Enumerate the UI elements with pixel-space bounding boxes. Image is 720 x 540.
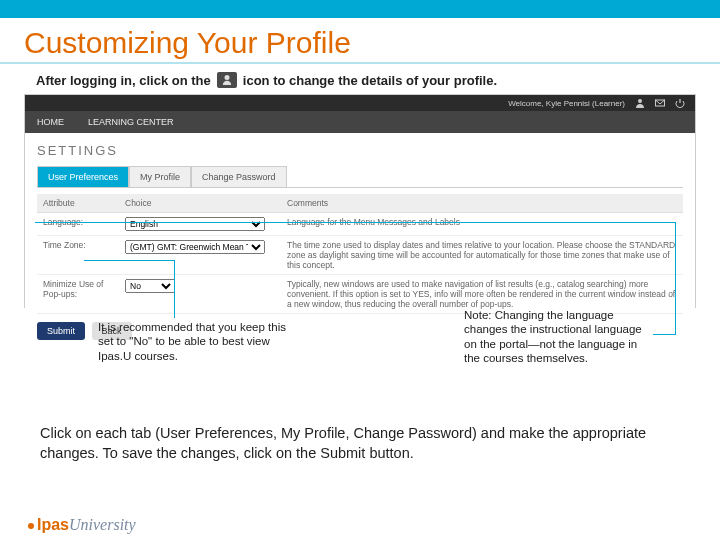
intro-after: icon to change the details of your profi… (243, 73, 497, 88)
callouts: It is recommended that you keep this set… (24, 308, 696, 418)
slide-title: Customizing Your Profile (24, 26, 720, 60)
table-row: Language: English Language for the Menu … (37, 213, 683, 236)
col-choice: Choice (119, 194, 281, 213)
main-nav: HOME LEARNING CENTER (25, 111, 695, 133)
tab-user-preferences[interactable]: User Preferences (37, 166, 129, 187)
comment-language: Language for the Menu Messages and Label… (281, 213, 683, 236)
callout-popup-recommendation: It is recommended that you keep this set… (98, 320, 288, 363)
app-screenshot: Welcome, Kyle Pennisi (Learner) HOME LEA… (24, 94, 696, 308)
tab-change-password[interactable]: Change Password (191, 166, 287, 187)
timezone-select[interactable]: (GMT) GMT: Greenwich Mean Time (125, 240, 265, 254)
nav-home[interactable]: HOME (25, 111, 76, 133)
preferences-table: Attribute Choice Comments Language: Engl… (37, 194, 683, 314)
col-comments: Comments (281, 194, 683, 213)
table-row: Time Zone: (GMT) GMT: Greenwich Mean Tim… (37, 236, 683, 275)
profile-icon (217, 72, 237, 88)
welcome-text: Welcome, Kyle Pennisi (Learner) (508, 99, 625, 108)
attr-language: Language: (37, 213, 119, 236)
intro-before: After logging in, click on the (36, 73, 211, 88)
intro-line: After logging in, click on the icon to c… (36, 72, 720, 88)
brand-ipas: Ipas (37, 516, 69, 533)
mail-icon[interactable] (655, 98, 665, 108)
col-attribute: Attribute (37, 194, 119, 213)
brand-dot-icon (28, 523, 34, 529)
svg-point-0 (224, 75, 229, 80)
connector-line (174, 260, 175, 318)
brand-footer: IpasUniversity (28, 516, 136, 534)
attr-timezone: Time Zone: (37, 236, 119, 275)
profile-icon[interactable] (635, 98, 645, 108)
instruction-text: Click on each tab (User Preferences, My … (40, 424, 680, 463)
tab-my-profile[interactable]: My Profile (129, 166, 191, 187)
connector-line (675, 222, 676, 334)
svg-point-1 (638, 99, 642, 103)
welcome-bar: Welcome, Kyle Pennisi (Learner) (25, 95, 695, 111)
popup-select[interactable]: No (125, 279, 175, 293)
connector-line (653, 334, 676, 335)
brand-university: University (69, 516, 136, 533)
title-rule (0, 62, 720, 64)
logout-icon[interactable] (675, 98, 685, 108)
settings-tabs: User Preferences My Profile Change Passw… (37, 166, 683, 188)
callout-language-note: Note: Changing the language changes the … (464, 308, 654, 366)
comment-timezone: The time zone used to display dates and … (281, 236, 683, 275)
language-select[interactable]: English (125, 217, 265, 231)
slide-top-bar (0, 0, 720, 18)
connector-line (35, 222, 676, 223)
settings-heading: SETTINGS (37, 143, 683, 158)
nav-learning-center[interactable]: LEARNING CENTER (76, 111, 186, 133)
connector-line (84, 260, 175, 261)
